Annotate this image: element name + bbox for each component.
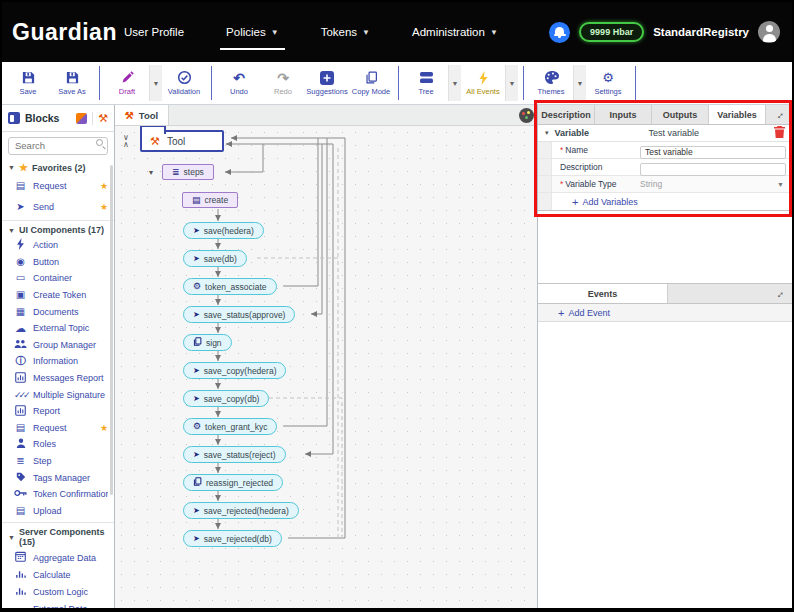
hbar-balance-badge[interactable]: 9999 Hbar [579, 22, 644, 42]
sidebar-item-external-data[interactable]: ☁External Data [2, 600, 114, 608]
search-input[interactable] [8, 137, 108, 155]
tree-button[interactable]: Tree [404, 65, 448, 101]
sidebar-item-calculate[interactable]: Calculate [2, 566, 114, 583]
node-tool-root[interactable]: ⚒ Tool [140, 130, 224, 152]
undo-icon: ↶ [233, 70, 245, 85]
sidebar-item-messages-report[interactable]: Messages Report [2, 370, 114, 387]
tab-description[interactable]: Description [538, 105, 595, 124]
field-row-variable-type: *Variable TypeString▼ [538, 176, 792, 193]
favorite-star-icon[interactable]: ★ [100, 423, 108, 433]
sidebar-item-request[interactable]: ▤Request★ [2, 420, 114, 437]
draft-dropdown[interactable]: ▼ [149, 65, 162, 101]
settings-button[interactable]: ⚙Settings [586, 65, 630, 101]
add-variables-button[interactable]: + Add Variables [552, 196, 638, 208]
bolt-yellow-icon [478, 70, 489, 85]
copy-mode-button[interactable]: Copy Mode [349, 65, 393, 101]
nav-item-tokens[interactable]: Tokens▼ [319, 20, 372, 44]
nav-item-administration[interactable]: Administration▼ [410, 20, 500, 44]
sidebar-item-token-confirmation[interactable]: Token Confirmation [2, 486, 114, 503]
node-save-hedera-[interactable]: ➤save(hedera) [183, 222, 264, 239]
description-input[interactable] [640, 163, 786, 176]
all-events-button[interactable]: All Events [461, 65, 505, 101]
favorite-star-icon[interactable]: ★ [100, 181, 108, 191]
sidebar-item-upload[interactable]: ▤Upload [2, 503, 114, 520]
sidebar-scrollbar[interactable] [110, 165, 113, 495]
variable-header-row[interactable]: ▾ Variable Test variable [538, 125, 792, 142]
add-variables-row: + Add Variables [538, 193, 792, 211]
tab-variables[interactable]: Variables [709, 105, 766, 124]
tab-tool[interactable]: ⚒ Tool [115, 105, 169, 125]
collapse-all-icon[interactable]: ∨∧ [123, 134, 129, 148]
sidebar-item-step[interactable]: ≣Step [2, 453, 114, 470]
node-token-associate[interactable]: ⚙token_associate [183, 278, 277, 295]
node-save-rejected-db-[interactable]: ➤save_rejected(db) [183, 530, 282, 547]
favorite-star-icon[interactable]: ★ [100, 202, 108, 212]
nav-item-policies[interactable]: Policies▼ [224, 20, 281, 44]
themes-button[interactable]: Themes [529, 65, 573, 101]
sidebar-item-send[interactable]: ➤Send★ [2, 196, 114, 217]
sidebar-item-aggregate-data[interactable]: Aggregate Data [2, 549, 114, 566]
canvas-theme-icon[interactable] [519, 108, 534, 123]
validation-button[interactable]: Validation [162, 65, 206, 101]
node-save-rejected-hedera-[interactable]: ➤save_rejected(hedera) [183, 502, 299, 519]
modules-cube-icon[interactable] [76, 113, 87, 124]
tab-events[interactable]: Events [538, 284, 668, 303]
toolbar-divider [99, 66, 100, 100]
node-steps[interactable]: ≣ steps [162, 164, 214, 180]
tree-dropdown[interactable]: ▼ [448, 65, 461, 101]
add-event-button[interactable]: + Add Event [538, 307, 610, 319]
tab-outputs[interactable]: Outputs [652, 105, 709, 124]
tools-icon[interactable]: ⚒ [92, 112, 108, 125]
save-button[interactable]: Save [6, 65, 50, 101]
properties-panel: DescriptionInputsOutputsVariables↔ ▾ Var… [537, 105, 792, 608]
node-token-grant-kyc[interactable]: ⚙token_grant_kyc [183, 418, 277, 435]
sidebar-item-documents[interactable]: ▦Documents [2, 303, 114, 320]
sidebar-item-create-token[interactable]: ▣Create Token [2, 287, 114, 304]
node-save-db-[interactable]: ➤save(db) [183, 250, 247, 267]
section-header-favorites-2-[interactable]: ▼★Favorites (2) [2, 158, 114, 175]
delete-variable-icon[interactable] [774, 126, 785, 140]
undo-button[interactable]: ↶Undo [217, 65, 261, 101]
cloud-icon: ☁ [14, 323, 27, 334]
sidebar-item-external-topic[interactable]: ☁External Topic [2, 320, 114, 337]
canvas-body[interactable]: ∨∧ ⚒ Tool ▾ ≣ steps ▤create➤save(hedera)… [115, 126, 537, 608]
blocks-menu-icon [8, 112, 20, 124]
node-sign[interactable]: sign [183, 334, 232, 351]
sidebar-item-button[interactable]: ◉Button [2, 254, 114, 271]
sidebar-item-custom-logic[interactable]: Custom Logic [2, 583, 114, 600]
sidebar-item-multiple-signature[interactable]: ✓✓✓Multiple Signature [2, 386, 114, 403]
send-icon: ➤ [193, 366, 200, 375]
node-reassign-rejected[interactable]: reassign_rejected [183, 474, 283, 491]
panel-collapse-icon[interactable]: ↔ [766, 105, 792, 124]
sidebar-item-container[interactable]: ▭Container [2, 270, 114, 287]
sidebar-item-information[interactable]: ⓘInformation [2, 353, 114, 370]
avatar-icon[interactable] [758, 21, 780, 43]
name-input[interactable] [640, 146, 786, 159]
save-as-button[interactable]: Save As [50, 65, 94, 101]
sidebar-item-report[interactable]: Report [2, 403, 114, 420]
steps-collapse-icon[interactable]: ▾ [149, 168, 153, 177]
notifications-bell-icon[interactable] [549, 22, 570, 43]
themes-dropdown[interactable]: ▼ [573, 65, 586, 101]
sidebar-item-roles[interactable]: Roles [2, 436, 114, 453]
nav-item-user-profile[interactable]: User Profile [122, 20, 186, 44]
sidebar-item-group-manager[interactable]: Group Manager [2, 337, 114, 354]
node-save-status-reject-[interactable]: ➤save_status(reject) [183, 446, 286, 463]
tab-inputs[interactable]: Inputs [595, 105, 652, 124]
variable-type-select[interactable]: String▼ [640, 179, 792, 189]
sidebar-item-action[interactable]: Action [2, 237, 114, 254]
all-events-dropdown[interactable]: ▼ [505, 65, 518, 101]
node-save-copy-hedera-[interactable]: ➤save_copy(hedera) [183, 362, 286, 379]
section-header-server-components-15-[interactable]: ▼Server Components (15) [2, 522, 114, 549]
draft-button[interactable]: Draft [105, 65, 149, 101]
node-create[interactable]: ▤create [182, 192, 238, 208]
required-marker: * [560, 179, 563, 189]
node-save-copy-db-[interactable]: ➤save_copy(db) [183, 390, 269, 407]
section-header-ui-components-17-[interactable]: ▼UI Components (17) [2, 220, 114, 237]
variable-collapse-icon[interactable]: ▾ [545, 129, 549, 137]
events-collapse-icon[interactable]: ↔ [766, 284, 792, 303]
sidebar-item-tags-manager[interactable]: Tags Manager [2, 469, 114, 486]
sidebar-item-request[interactable]: ▤Request★ [2, 175, 114, 196]
suggestions-button[interactable]: Suggestions [305, 65, 349, 101]
node-save-status-approve-[interactable]: ➤save_status(approve) [183, 306, 295, 323]
